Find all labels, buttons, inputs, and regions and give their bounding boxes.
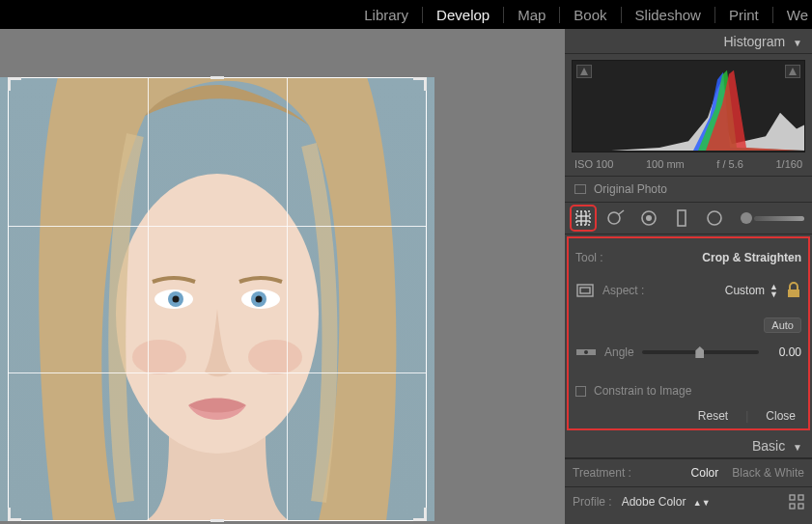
highlight-clip-indicator[interactable] [785,65,800,78]
crop-handle-bm[interactable] [210,509,224,522]
nav-print[interactable]: Print [715,7,773,23]
iso-value: ISO 100 [574,158,613,170]
angle-value[interactable]: 0.00 [767,345,801,359]
close-button[interactable]: Close [760,409,801,423]
original-photo-label: Original Photo [594,182,667,196]
tool-label: Tool : [575,251,603,264]
histogram-title: Histogram [723,34,785,49]
svg-rect-27 [798,504,803,509]
treatment-label: Treatment : [573,466,631,480]
straighten-icon[interactable] [575,345,597,359]
aspect-icon[interactable] [575,281,595,300]
angle-auto-button[interactable]: Auto [764,317,801,333]
exif-readout: ISO 100 100 mm f / 5.6 1/160 [565,156,812,177]
focal-length-value: 100 mm [646,158,685,170]
mask-exposure-slider[interactable] [737,212,804,224]
spot-removal-icon[interactable] [605,207,627,229]
profile-row: Profile : Adobe Color ▲▼ [565,486,812,516]
profile-label: Profile : [573,495,612,509]
crop-handle-br[interactable] [413,508,427,521]
histogram-display[interactable] [572,60,805,152]
aspect-dropdown[interactable]: Custom ▲▼ [725,283,778,298]
nav-develop[interactable]: Develop [423,7,504,23]
nav-web[interactable]: We [773,7,812,23]
lock-icon[interactable] [786,282,801,299]
angle-slider[interactable] [642,350,759,354]
nav-map[interactable]: Map [504,7,560,23]
nav-slideshow[interactable]: Slideshow [622,7,715,23]
svg-point-14 [608,212,620,224]
module-nav: Library Develop Map Book Slideshow Print… [0,0,812,29]
svg-rect-21 [788,290,799,297]
treatment-bw[interactable]: Black & White [732,466,804,480]
shadow-clip-indicator[interactable] [576,65,592,78]
image-canvas [0,29,565,524]
redeye-icon[interactable] [638,207,659,229]
aperture-value: f / 5.6 [716,158,743,170]
checkbox-icon[interactable] [574,184,586,194]
basic-header[interactable]: Basic ▼ [565,433,812,458]
histogram-header[interactable]: Histogram ▼ [565,29,812,54]
svg-point-18 [708,211,721,225]
original-photo-toggle[interactable]: Original Photo [565,177,812,203]
crop-handle-tl[interactable] [8,77,21,91]
radial-filter-icon[interactable] [704,207,725,229]
shutter-value: 1/160 [775,158,802,170]
nav-library[interactable]: Library [350,7,423,23]
profile-browser-icon[interactable] [789,494,804,510]
crop-handle-tr[interactable] [413,77,427,91]
image-preview[interactable] [0,77,434,521]
treatment-row: Treatment : Color Black & White [565,458,812,486]
crop-tool-icon[interactable] [573,207,594,229]
crop-overlay[interactable] [8,77,427,521]
treatment-color[interactable]: Color [691,466,719,480]
updown-icon: ▲▼ [693,498,711,508]
disclosure-triangle-icon: ▼ [793,442,802,453]
svg-rect-26 [790,504,795,509]
reset-button[interactable]: Reset [692,409,734,423]
crop-straighten-panel: Tool : Crop & Straighten Aspect : Custom… [568,237,809,429]
svg-rect-9 [576,211,590,225]
svg-rect-24 [790,495,795,500]
develop-right-panel: Histogram ▼ ISO 100 100 mm f / 5.6 1/160… [565,29,812,524]
svg-point-16 [646,215,652,221]
svg-rect-25 [798,495,803,500]
graduated-filter-icon[interactable] [671,207,692,229]
constrain-checkbox[interactable] [575,386,586,397]
tool-name: Crop & Straighten [702,251,801,264]
crop-handle-tm[interactable] [210,76,224,90]
angle-label: Angle [604,345,634,359]
constrain-label: Constrain to Image [594,384,691,398]
nav-book[interactable]: Book [560,7,621,23]
svg-rect-20 [580,288,590,293]
aspect-label: Aspect : [602,284,644,297]
basic-title: Basic [752,438,785,454]
profile-dropdown[interactable]: Adobe Color ▲▼ [622,495,711,509]
disclosure-triangle-icon: ▼ [793,38,802,48]
crop-handle-bl[interactable] [8,508,21,521]
svg-rect-17 [678,210,686,226]
svg-point-23 [584,350,588,354]
local-adjust-toolstrip [565,203,812,234]
updown-icon: ▲▼ [770,283,778,298]
